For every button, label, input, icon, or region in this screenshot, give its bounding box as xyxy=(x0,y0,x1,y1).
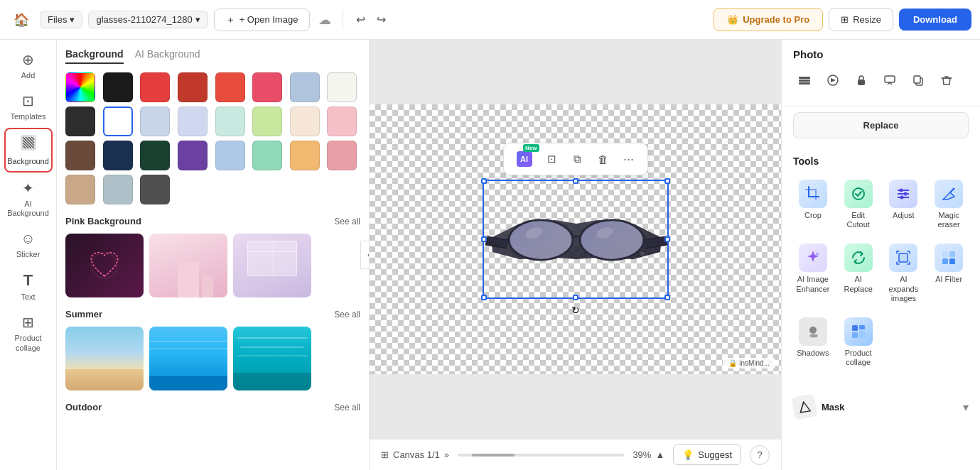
swatch-purple[interactable] xyxy=(178,141,208,170)
tab-ai-background[interactable]: AI Background xyxy=(135,48,200,64)
scrollbar-thumb[interactable] xyxy=(472,454,515,457)
tool-adjust[interactable]: Adjust xyxy=(884,175,924,234)
swatch-black[interactable] xyxy=(103,72,133,102)
swatch-teal[interactable] xyxy=(252,141,282,170)
swatch-brown[interactable] xyxy=(65,141,95,170)
thumbnail-pink-heart[interactable] xyxy=(65,234,144,297)
swatch-lightblue1[interactable] xyxy=(290,72,320,102)
swatch-rose[interactable] xyxy=(327,141,357,170)
swatch-offwhite[interactable] xyxy=(327,72,357,102)
expand-canvas-icon[interactable]: » xyxy=(444,449,449,460)
tool-crop[interactable]: Crop xyxy=(793,175,833,234)
canvas-image-wrapper[interactable]: AI New ⊡ ⧉ 🗑 ⋯ xyxy=(483,180,669,299)
swatch-white[interactable] xyxy=(103,106,133,136)
swatch-tan[interactable] xyxy=(65,175,95,204)
sidebar-item-product-collage[interactable]: ⊞ Productcollage xyxy=(4,308,53,358)
tool-ai-expands-images[interactable]: AIexpandsimages xyxy=(884,239,924,307)
summer-see-all[interactable]: See all xyxy=(334,310,360,319)
float-copy-button[interactable]: ⧉ xyxy=(566,148,589,170)
copy-icon[interactable] xyxy=(907,69,930,92)
outdoor-see-all[interactable]: See all xyxy=(334,403,360,412)
undo-button[interactable]: ↩ xyxy=(352,10,370,29)
download-button[interactable]: Download xyxy=(899,9,971,31)
swatch-lavender[interactable] xyxy=(178,106,208,136)
thumbnail-summer-beach[interactable] xyxy=(65,327,144,390)
swatch-lightgreen[interactable] xyxy=(252,106,282,136)
sidebar-item-ai-background[interactable]: ✦ AIBackground xyxy=(4,174,53,224)
sidebar-item-text[interactable]: T Text xyxy=(4,266,53,307)
resize-button[interactable]: ⊞ Resize xyxy=(829,8,893,31)
swatch-orange[interactable] xyxy=(290,141,320,170)
mask-chevron[interactable]: ▾ xyxy=(963,400,969,414)
handle-middle-right[interactable] xyxy=(664,236,670,242)
tool-edit-cutout[interactable]: EditCutout xyxy=(839,175,878,234)
handle-bottom-left[interactable] xyxy=(481,295,487,300)
open-image-button[interactable]: ＋ + Open Image xyxy=(214,9,311,31)
swatch-mint[interactable] xyxy=(215,106,245,136)
ai-bg-remove-button[interactable]: AI New xyxy=(511,148,538,170)
handle-top-middle[interactable] xyxy=(573,178,578,184)
handle-top-right[interactable] xyxy=(664,178,670,184)
selected-image-box[interactable]: B xyxy=(483,180,669,299)
swatch-periwinkle[interactable] xyxy=(215,141,245,170)
swatch-pink1[interactable] xyxy=(252,72,282,102)
tab-background[interactable]: Background xyxy=(65,48,124,64)
replace-button[interactable]: Replace xyxy=(793,112,969,138)
speech-icon[interactable] xyxy=(878,69,901,92)
redo-button[interactable]: ↪ xyxy=(372,10,390,29)
files-menu[interactable]: Files ▾ xyxy=(40,11,82,28)
panel-collapse-arrow[interactable]: ‹ xyxy=(360,241,370,269)
svg-rect-19 xyxy=(858,80,865,85)
canvas-content[interactable]: AI New ⊡ ⧉ 🗑 ⋯ xyxy=(370,40,781,439)
handle-bottom-right[interactable] xyxy=(664,295,670,300)
swatch-darkgreen[interactable] xyxy=(140,141,170,170)
swatch-red1[interactable] xyxy=(140,72,170,102)
layers-icon[interactable] xyxy=(793,69,816,92)
rotate-handle[interactable]: ↻ xyxy=(570,305,581,316)
swatch-darkgray[interactable] xyxy=(65,106,95,136)
handle-bottom-middle[interactable] xyxy=(573,295,578,300)
thumbnail-pink-room[interactable] xyxy=(149,234,227,297)
sidebar-item-add[interactable]: ⊕ Add xyxy=(4,45,53,85)
float-remove-bg-button[interactable]: ⊡ xyxy=(541,148,564,170)
cloud-save-icon[interactable]: ☁ xyxy=(316,9,334,31)
swatch-rainbow[interactable] xyxy=(65,72,95,102)
tool-magic-eraser[interactable]: Magiceraser xyxy=(929,175,969,234)
handle-top-left[interactable] xyxy=(481,178,487,184)
float-more-button[interactable]: ⋯ xyxy=(618,148,640,170)
swatch-pink2[interactable] xyxy=(327,106,357,136)
horizontal-scrollbar[interactable] xyxy=(458,454,624,457)
swatch-red3[interactable] xyxy=(215,72,245,102)
swatch-navy[interactable] xyxy=(103,141,133,170)
swatch-red2[interactable] xyxy=(178,72,208,102)
sidebar-item-background[interactable]: Background xyxy=(4,128,53,173)
filename-menu[interactable]: glasses-2110274_1280 ▾ xyxy=(88,11,208,28)
upgrade-button[interactable]: 👑 Upgrade to Pro xyxy=(714,8,823,31)
tool-product-collage[interactable]: Productcollage xyxy=(839,313,878,371)
tool-ai-image-enhancer[interactable]: AI ImageEnhancer xyxy=(793,239,833,307)
pink-background-see-all[interactable]: See all xyxy=(334,217,360,226)
sidebar-item-sticker[interactable]: ☺ Sticker xyxy=(4,225,53,264)
thumbnail-summer-sea[interactable] xyxy=(149,327,227,390)
canvas-viewport[interactable]: AI New ⊡ ⧉ 🗑 ⋯ xyxy=(370,104,781,374)
sidebar-item-templates[interactable]: ⊡ Templates xyxy=(4,87,53,126)
thumbnail-summer-water[interactable] xyxy=(233,327,311,390)
thumbnail-pink-window[interactable] xyxy=(233,234,311,297)
animation-icon[interactable] xyxy=(822,69,844,92)
lock-icon[interactable] xyxy=(850,69,873,92)
home-button[interactable]: 🏠 xyxy=(9,7,34,33)
float-delete-button[interactable]: 🗑 xyxy=(592,148,615,170)
tool-shadows[interactable]: Shadows xyxy=(793,313,833,371)
handle-middle-left[interactable] xyxy=(481,236,487,242)
swatch-steelblue[interactable] xyxy=(140,106,170,136)
svg-rect-33 xyxy=(949,251,955,257)
trash-icon[interactable] xyxy=(935,69,958,92)
swatch-charcoal[interactable] xyxy=(140,175,170,204)
swatch-peach[interactable] xyxy=(290,106,320,136)
tool-ai-filter[interactable]: AI Filter xyxy=(929,239,969,307)
zoom-up-icon[interactable]: ▲ xyxy=(655,449,664,460)
swatch-slate[interactable] xyxy=(103,175,133,204)
help-button[interactable]: ? xyxy=(750,445,770,465)
suggest-button[interactable]: 💡 Suggest xyxy=(673,444,741,465)
tool-ai-replace[interactable]: AIReplace xyxy=(839,239,878,307)
